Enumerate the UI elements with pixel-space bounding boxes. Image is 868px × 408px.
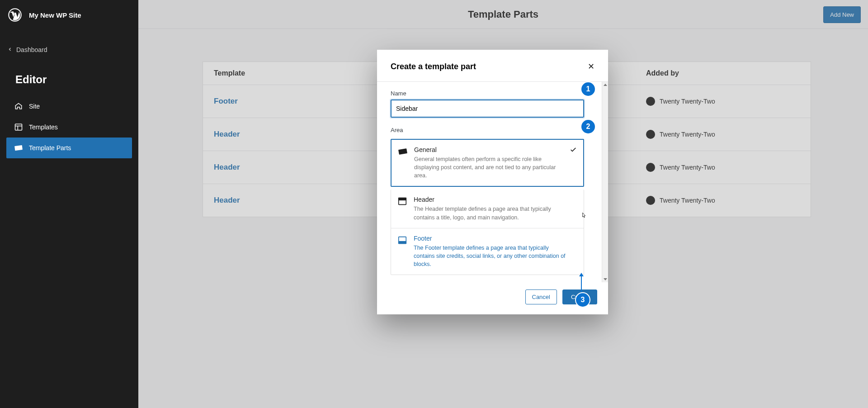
nav-label: Templates	[29, 123, 58, 131]
layout-icon	[14, 122, 24, 132]
area-option-general[interactable]: General General templates often perform …	[392, 140, 583, 186]
main-area: Template Parts Add New Template Added by…	[138, 0, 868, 408]
provider-avatar-icon	[646, 130, 655, 139]
col-added-by: Added by	[646, 69, 800, 77]
provider-label: Twenty Twenty-Two	[660, 98, 715, 105]
provider-label: Twenty Twenty-Two	[660, 197, 715, 204]
svg-rect-4	[14, 145, 23, 151]
template-part-link[interactable]: Header	[214, 163, 240, 171]
annotation-arrow-icon	[581, 275, 582, 294]
editor-nav: Site Templates Template Parts	[0, 94, 138, 160]
nav-label: Template Parts	[29, 144, 71, 152]
scroll-up-icon	[604, 84, 607, 86]
nav-item-template-parts[interactable]: Template Parts	[6, 138, 132, 158]
area-option-desc: General templates often perform a specif…	[414, 155, 568, 180]
sidebar-header: My New WP Site	[0, 0, 138, 30]
home-icon	[14, 101, 24, 111]
page-header: Template Parts Add New	[138, 0, 868, 29]
provider-avatar-icon	[646, 97, 655, 106]
area-option-list: General General templates often perform …	[391, 139, 584, 187]
template-part-link[interactable]: Header	[214, 196, 240, 204]
modal-body: Name Area General General templates ofte…	[377, 82, 608, 282]
step-badge-1: 1	[581, 82, 595, 96]
wordpress-logo-icon	[8, 8, 22, 22]
create-template-part-modal: Create a template part ✕ Name Area Gener…	[377, 50, 608, 314]
area-label: Area	[391, 123, 601, 136]
area-option-title: Header	[414, 196, 567, 203]
provider-label: Twenty Twenty-Two	[660, 131, 715, 138]
header-area-icon	[397, 196, 407, 206]
check-icon	[570, 146, 577, 155]
svg-rect-9	[399, 241, 406, 243]
provider-label: Twenty Twenty-Two	[660, 164, 715, 171]
scroll-down-icon	[604, 278, 607, 280]
nav-item-templates[interactable]: Templates	[6, 117, 132, 138]
back-label: Dashboard	[16, 46, 47, 53]
modal-header: Create a template part ✕	[377, 50, 608, 82]
name-input[interactable]	[391, 100, 584, 118]
modal-footer: Cancel Create	[377, 282, 608, 314]
admin-sidebar: My New WP Site Dashboard Editor Site Tem…	[0, 0, 138, 408]
area-option-title: Footer	[414, 235, 567, 242]
nav-item-site[interactable]: Site	[6, 96, 132, 117]
template-part-link[interactable]: Header	[214, 130, 240, 138]
add-new-button[interactable]: Add New	[823, 6, 861, 23]
step-badge-3: 3	[576, 293, 590, 307]
area-option-title: General	[414, 146, 568, 153]
area-option-desc: The Header template defines a page area …	[414, 205, 567, 221]
area-option-list-rest: Header The Header template defines a pag…	[391, 190, 584, 275]
modal-scrollbar[interactable]	[602, 82, 608, 282]
provider-avatar-icon	[646, 163, 655, 172]
area-option-header[interactable]: Header The Header template defines a pag…	[391, 190, 584, 228]
area-option-footer[interactable]: Footer The Footer template defines a pag…	[391, 228, 584, 275]
editor-heading: Editor	[0, 59, 138, 94]
name-label: Name	[391, 86, 601, 100]
cancel-button[interactable]: Cancel	[525, 289, 557, 304]
svg-rect-5	[398, 148, 407, 155]
provider-avatar-icon	[646, 196, 655, 205]
back-to-dashboard[interactable]: Dashboard	[0, 41, 138, 59]
page-title: Template Parts	[468, 9, 538, 20]
chevron-left-icon	[7, 46, 13, 53]
svg-rect-1	[15, 124, 22, 130]
nav-label: Site	[29, 103, 40, 110]
modal-title: Create a template part	[391, 62, 476, 71]
template-part-link[interactable]: Footer	[214, 97, 238, 105]
close-icon[interactable]: ✕	[585, 59, 597, 74]
footer-area-icon	[397, 235, 407, 245]
general-area-icon	[398, 147, 408, 157]
area-option-desc: The Footer template defines a page area …	[414, 244, 567, 268]
template-part-icon	[14, 143, 24, 153]
svg-rect-7	[399, 198, 406, 200]
pointer-cursor-icon	[580, 212, 588, 221]
site-title[interactable]: My New WP Site	[29, 11, 81, 19]
step-badge-2: 2	[581, 120, 595, 133]
